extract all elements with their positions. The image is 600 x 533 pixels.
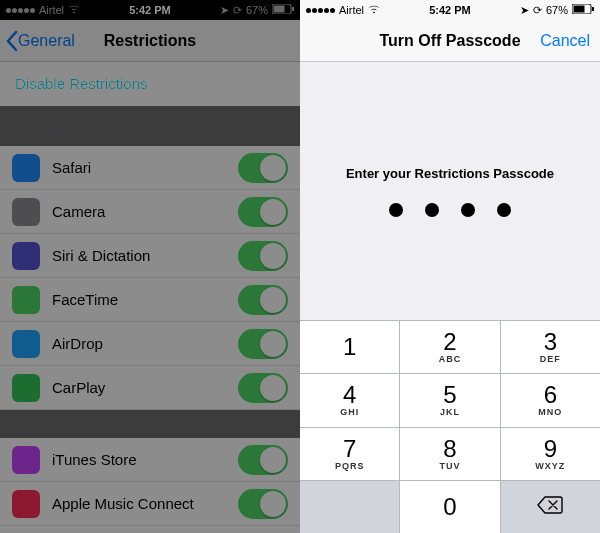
app-row[interactable]: FaceTime bbox=[0, 278, 300, 322]
app-icon bbox=[12, 198, 40, 226]
key-number: 2 bbox=[443, 330, 456, 354]
key-number: 4 bbox=[343, 383, 356, 407]
key-letters: PQRS bbox=[335, 461, 365, 471]
chevron-left-icon bbox=[6, 31, 18, 51]
key-number: 7 bbox=[343, 437, 356, 461]
location-icon-r: ➤ bbox=[520, 4, 529, 17]
key-2[interactable]: 2ABC bbox=[400, 321, 500, 373]
app-icon bbox=[12, 490, 40, 518]
toggle-switch[interactable] bbox=[238, 197, 288, 227]
svg-rect-5 bbox=[592, 7, 594, 11]
back-button[interactable]: General bbox=[6, 31, 75, 51]
toggle-switch[interactable] bbox=[238, 445, 288, 475]
toggle-switch[interactable] bbox=[238, 329, 288, 359]
cancel-button[interactable]: Cancel bbox=[540, 32, 590, 50]
wifi-icon-r bbox=[368, 4, 380, 16]
app-row[interactable]: AirDrop bbox=[0, 322, 300, 366]
app-icon bbox=[12, 154, 40, 182]
backspace-icon bbox=[537, 495, 563, 519]
app-row[interactable]: Siri & Dictation bbox=[0, 234, 300, 278]
passcode-dot bbox=[461, 203, 475, 217]
key-9[interactable]: 9WXYZ bbox=[501, 428, 600, 480]
passcode-area: Enter your Restrictions Passcode bbox=[300, 62, 600, 320]
app-row[interactable]: CarPlay bbox=[0, 366, 300, 410]
toggle-switch[interactable] bbox=[238, 153, 288, 183]
toggle-switch[interactable] bbox=[238, 373, 288, 403]
key-number: 3 bbox=[544, 330, 557, 354]
svg-rect-4 bbox=[574, 6, 585, 13]
key-number: 0 bbox=[443, 495, 456, 519]
key-number: 6 bbox=[544, 383, 557, 407]
app-row[interactable]: iTunes Store bbox=[0, 438, 300, 482]
nav-bar-r: Turn Off Passcode Cancel bbox=[300, 20, 600, 62]
key-8[interactable]: 8TUV bbox=[400, 428, 500, 480]
passcode-dots bbox=[389, 203, 511, 217]
page-title-r: Turn Off Passcode bbox=[379, 32, 520, 50]
key-number: 8 bbox=[443, 437, 456, 461]
app-row[interactable]: iBooks Store bbox=[0, 526, 300, 533]
location-icon: ➤ bbox=[220, 4, 229, 17]
key-letters: MNO bbox=[538, 407, 562, 417]
phone-left: Airtel 5:42 PM ➤ ⟳ 67% General Restricti… bbox=[0, 0, 300, 533]
battery-icon bbox=[272, 4, 294, 16]
key-number: 1 bbox=[343, 335, 356, 359]
nav-bar: General Restrictions bbox=[0, 20, 300, 62]
app-label: Safari bbox=[52, 159, 238, 176]
page-title: Restrictions bbox=[104, 32, 196, 50]
rotation-lock-icon: ⟳ bbox=[233, 4, 242, 17]
battery-percent-r: 67% bbox=[546, 4, 568, 16]
app-label: iTunes Store bbox=[52, 451, 238, 468]
carrier: Airtel bbox=[39, 4, 64, 16]
passcode-dot bbox=[497, 203, 511, 217]
key-letters: DEF bbox=[540, 354, 561, 364]
app-row[interactable]: Safari bbox=[0, 146, 300, 190]
key-letters: ABC bbox=[439, 354, 462, 364]
key-7[interactable]: 7PQRS bbox=[300, 428, 400, 480]
key-blank bbox=[300, 481, 400, 533]
key-0[interactable]: 0 bbox=[400, 481, 500, 533]
key-5[interactable]: 5JKL bbox=[400, 374, 500, 426]
carrier-r: Airtel bbox=[339, 4, 364, 16]
toggle-switch[interactable] bbox=[238, 489, 288, 519]
key-1[interactable]: 1 bbox=[300, 321, 400, 373]
battery-icon-r bbox=[572, 4, 594, 16]
app-icon bbox=[12, 286, 40, 314]
battery-percent: 67% bbox=[246, 4, 268, 16]
app-label: FaceTime bbox=[52, 291, 238, 308]
app-icon bbox=[12, 374, 40, 402]
key-letters: WXYZ bbox=[535, 461, 565, 471]
section-allow: Allow: bbox=[0, 106, 300, 146]
key-3[interactable]: 3DEF bbox=[501, 321, 600, 373]
key-6[interactable]: 6MNO bbox=[501, 374, 600, 426]
back-label: General bbox=[18, 32, 75, 50]
app-row[interactable]: Apple Music Connect bbox=[0, 482, 300, 526]
key-letters: TUV bbox=[439, 461, 460, 471]
status-time: 5:42 PM bbox=[129, 4, 171, 16]
svg-rect-1 bbox=[274, 6, 285, 13]
allow-list-1: Safari Camera Siri & Dictation FaceTime … bbox=[0, 146, 300, 410]
app-row[interactable]: Camera bbox=[0, 190, 300, 234]
key-number: 9 bbox=[544, 437, 557, 461]
key-4[interactable]: 4GHI bbox=[300, 374, 400, 426]
status-left-r: Airtel bbox=[306, 4, 380, 16]
left-body: General Restrictions Disable Restriction… bbox=[0, 20, 300, 533]
toggle-switch[interactable] bbox=[238, 285, 288, 315]
key-backspace[interactable] bbox=[501, 481, 600, 533]
status-left: Airtel bbox=[6, 4, 80, 16]
app-label: Siri & Dictation bbox=[52, 247, 238, 264]
app-label: AirDrop bbox=[52, 335, 238, 352]
app-icon bbox=[12, 446, 40, 474]
status-right-r: ➤ ⟳ 67% bbox=[520, 4, 594, 17]
app-label: Camera bbox=[52, 203, 238, 220]
status-bar-right: Airtel 5:42 PM ➤ ⟳ 67% bbox=[300, 0, 600, 20]
passcode-prompt: Enter your Restrictions Passcode bbox=[346, 166, 554, 181]
toggle-switch[interactable] bbox=[238, 241, 288, 271]
svg-rect-2 bbox=[292, 7, 294, 11]
allow-list-2: iTunes Store Apple Music Connect iBooks … bbox=[0, 438, 300, 533]
app-icon bbox=[12, 330, 40, 358]
app-icon bbox=[12, 242, 40, 270]
disable-restrictions-row[interactable]: Disable Restrictions bbox=[0, 62, 300, 106]
key-letters: JKL bbox=[440, 407, 460, 417]
key-letters: GHI bbox=[340, 407, 359, 417]
number-keypad: 12ABC3DEF4GHI5JKL6MNO7PQRS8TUV9WXYZ 0 bbox=[300, 320, 600, 533]
